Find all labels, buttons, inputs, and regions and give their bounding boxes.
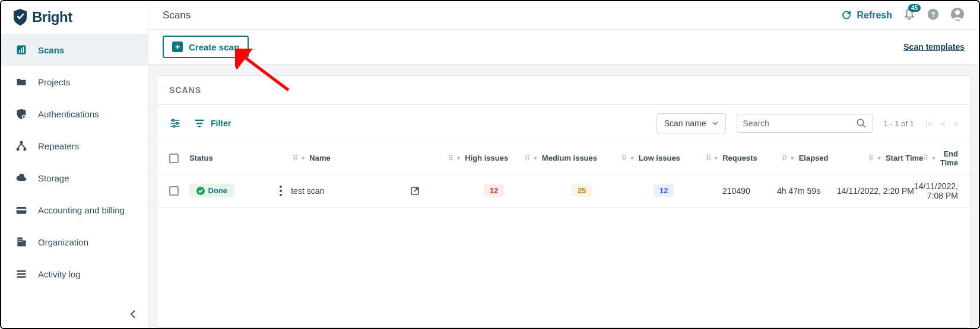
sidebar-item-organization[interactable]: Organization — [1, 226, 148, 258]
select-all-checkbox[interactable] — [169, 154, 179, 163]
refresh-label: Refresh — [857, 10, 892, 21]
shield-icon — [13, 9, 27, 25]
scan-name-dropdown[interactable]: Scan name — [656, 113, 726, 133]
svg-rect-10 — [17, 238, 22, 247]
svg-point-24 — [176, 122, 178, 124]
col-medium: Medium issues — [542, 154, 597, 162]
open-link-icon[interactable] — [410, 186, 420, 196]
main: Scans Refresh 45 ? + — [148, 1, 979, 328]
svg-rect-2 — [21, 49, 22, 53]
col-elapsed: Elapsed — [799, 154, 829, 162]
pager-first[interactable]: |< — [926, 119, 933, 128]
org-icon — [15, 236, 27, 248]
sidebar-nav: Scans Projects Authentications Repeaters… — [1, 34, 148, 303]
drag-icon[interactable]: ⠿ — [868, 154, 873, 162]
create-scan-label: Create scan — [189, 42, 239, 52]
sidebar-item-authentications[interactable]: Authentications — [1, 98, 148, 130]
svg-rect-14 — [18, 241, 20, 242]
drag-icon[interactable]: ⠿ — [706, 154, 710, 162]
repeaters-icon — [15, 140, 27, 152]
status-text: Done — [208, 186, 228, 195]
help-button[interactable]: ? — [927, 8, 940, 23]
sidebar-item-projects[interactable]: Projects — [1, 66, 148, 98]
sidebar-item-activity[interactable]: Activity log — [1, 258, 148, 290]
svg-point-4 — [23, 116, 26, 119]
avatar-icon — [950, 7, 965, 21]
high-count: 12 — [484, 184, 504, 197]
filter-label: Filter — [211, 119, 231, 128]
folder-icon — [15, 76, 27, 88]
row-menu[interactable] — [280, 186, 282, 196]
profile-button[interactable] — [950, 7, 965, 24]
pager-text: 1 - 1 of 1 — [884, 119, 914, 128]
content-area: SCANS Filter Scan name — [148, 65, 979, 328]
row-checkbox[interactable] — [169, 186, 179, 196]
sidebar-item-scans[interactable]: Scans — [1, 34, 148, 66]
svg-rect-18 — [17, 276, 26, 278]
requests: 210490 — [722, 186, 750, 196]
svg-text:?: ? — [931, 9, 935, 18]
svg-rect-12 — [18, 239, 20, 240]
chevron-left-icon — [130, 310, 136, 318]
svg-rect-13 — [20, 239, 21, 240]
svg-point-7 — [23, 148, 26, 151]
search-input[interactable] — [743, 119, 856, 128]
card-title: SCANS — [157, 76, 970, 105]
svg-point-6 — [17, 148, 20, 151]
medium-count: 25 — [572, 184, 592, 197]
svg-rect-11 — [23, 241, 26, 247]
col-low: Low issues — [639, 154, 680, 162]
sidebar-item-repeaters[interactable]: Repeaters — [1, 130, 148, 162]
notifications-button[interactable]: 45 — [903, 8, 916, 23]
svg-point-22 — [955, 10, 960, 15]
sidebar-item-accounting[interactable]: Accounting and billing — [1, 194, 148, 226]
sidebar-item-label: Projects — [38, 77, 70, 87]
plus-icon: + — [172, 41, 183, 52]
sidebar-collapse[interactable] — [1, 303, 148, 328]
brand-logo[interactable]: Bright — [1, 1, 148, 34]
svg-rect-9 — [17, 209, 27, 210]
table-header: Status ⠿•Name ⠿•High issues ⠿•Medium iss… — [157, 142, 970, 174]
drag-icon[interactable]: ⠿ — [923, 154, 927, 162]
svg-point-25 — [173, 125, 175, 127]
help-icon: ? — [927, 8, 940, 21]
check-circle-icon — [196, 187, 205, 195]
search-box[interactable] — [737, 114, 873, 133]
col-requests: Requests — [722, 154, 757, 162]
col-high: High issues — [465, 154, 508, 162]
pager-next[interactable]: > — [953, 119, 958, 128]
drag-icon[interactable]: ⠿ — [782, 154, 786, 162]
drag-icon[interactable]: ⠿ — [448, 154, 452, 162]
sidebar-item-storage[interactable]: Storage — [1, 162, 148, 194]
sidebar: Bright Scans Projects Authentications Re… — [1, 1, 148, 328]
col-name: Name — [309, 154, 330, 162]
scan-name: test scan — [291, 186, 324, 196]
svg-point-5 — [20, 141, 23, 144]
elapsed: 4h 47m 59s — [777, 186, 820, 196]
sidebar-item-label: Activity log — [38, 269, 81, 279]
svg-rect-15 — [20, 241, 21, 242]
notification-count: 45 — [908, 4, 921, 12]
table-row[interactable]: Done test scan 12 25 12 210490 4h 47m 59… — [157, 174, 970, 207]
sidebar-item-label: Scans — [38, 45, 64, 55]
filter-button[interactable]: Filter — [194, 118, 231, 129]
activity-icon — [15, 268, 27, 280]
scan-templates-link[interactable]: Scan templates — [903, 42, 965, 52]
refresh-button[interactable]: Refresh — [841, 10, 892, 21]
drag-icon[interactable]: ⠿ — [293, 154, 297, 162]
refresh-icon — [841, 10, 852, 21]
svg-rect-16 — [17, 270, 26, 272]
drag-icon[interactable]: ⠿ — [621, 154, 626, 162]
sidebar-item-label: Accounting and billing — [38, 205, 125, 215]
drag-icon[interactable]: ⠿ — [525, 154, 529, 162]
dropdown-label: Scan name — [664, 119, 706, 128]
page-title: Scans — [163, 9, 191, 21]
create-scan-button[interactable]: + Create scan — [163, 36, 249, 58]
pager-prev[interactable]: < — [941, 119, 946, 128]
brand-name: Bright — [32, 9, 72, 25]
svg-rect-1 — [19, 50, 20, 53]
sidebar-item-label: Authentications — [38, 109, 99, 119]
svg-point-26 — [857, 119, 864, 126]
tune-icon[interactable] — [169, 117, 181, 129]
end-time: 14/11/2022, 7:08 PM — [914, 181, 958, 200]
